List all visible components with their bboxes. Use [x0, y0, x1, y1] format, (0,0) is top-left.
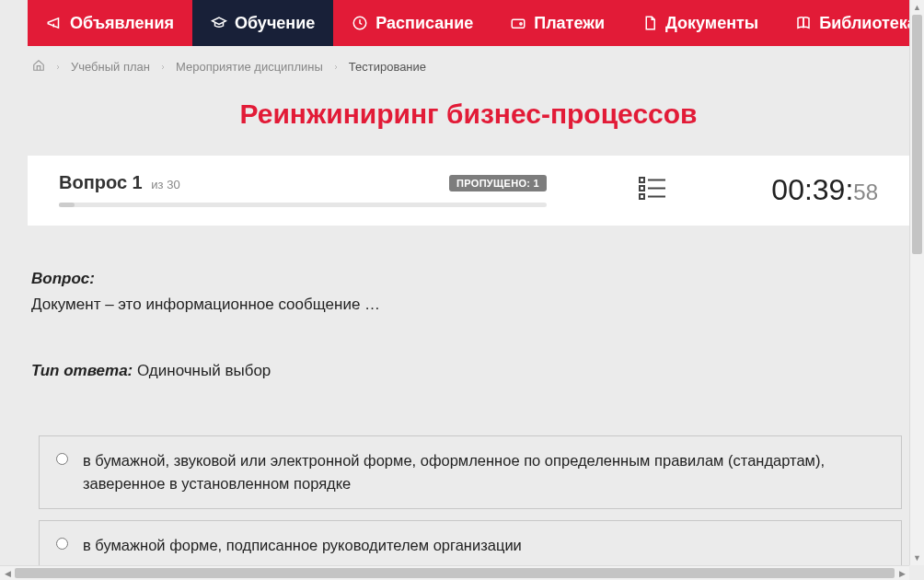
nav-label: Объявления — [70, 14, 174, 33]
status-bar: Вопрос 1 из 30 ПРОПУЩЕНО: 1 — [28, 156, 909, 226]
timer-main: 00:39: — [771, 173, 853, 207]
svg-rect-3 — [640, 178, 644, 182]
answer-option[interactable]: в бумажной, звуковой или электронной фор… — [39, 435, 902, 509]
document-icon — [641, 15, 658, 31]
page-title: Реинжиниринг бизнес-процессов — [28, 99, 909, 130]
scroll-down-icon[interactable]: ▼ — [910, 551, 924, 565]
question-list-icon[interactable] — [639, 176, 666, 203]
nav-label: Расписание — [375, 14, 473, 33]
nav-education[interactable]: Обучение — [192, 0, 333, 46]
book-icon — [795, 15, 812, 31]
question-label: Вопрос: — [31, 270, 909, 288]
answer-radio[interactable] — [56, 453, 68, 465]
scroll-up-icon[interactable]: ▲ — [910, 0, 924, 15]
nav-payments[interactable]: Платежи — [491, 0, 623, 46]
answer-type-label: Тип ответа: — [31, 362, 133, 379]
scroll-right-icon[interactable]: ▶ — [895, 566, 909, 580]
breadcrumb-item-current: Тестирование — [349, 60, 426, 74]
nav-label: Обучение — [235, 14, 315, 33]
scroll-corner — [909, 565, 924, 580]
question-number-label: Вопрос 1 — [59, 172, 147, 192]
nav-documents[interactable]: Документы — [623, 0, 777, 46]
chevron-right-icon — [54, 60, 62, 74]
answer-type-value: Одиночный выбор — [137, 362, 271, 379]
svg-rect-7 — [640, 194, 644, 199]
nav-library[interactable]: Библиотека — [777, 0, 909, 46]
navbar: Объявления Обучение Расписание Платежи — [28, 0, 909, 46]
megaphone-icon — [46, 15, 63, 31]
timer-seconds: 58 — [853, 180, 878, 205]
scroll-thumb[interactable] — [912, 15, 922, 254]
answer-option[interactable]: в бумажной форме, подписанное руководите… — [39, 520, 902, 566]
progress-bar — [59, 203, 547, 207]
nav-announcements[interactable]: Объявления — [28, 0, 192, 46]
nav-schedule[interactable]: Расписание — [333, 0, 491, 46]
breadcrumb-item[interactable]: Мероприятие дисциплины — [176, 60, 323, 74]
answer-text: в бумажной, звуковой или электронной фор… — [83, 449, 884, 495]
chevron-right-icon — [159, 60, 167, 74]
answer-radio[interactable] — [56, 538, 68, 550]
svg-rect-5 — [640, 186, 644, 191]
home-icon[interactable] — [32, 59, 45, 75]
vertical-scrollbar[interactable]: ▲ ▼ — [909, 0, 924, 565]
question-total: из 30 — [151, 178, 179, 191]
svg-point-2 — [520, 23, 522, 25]
wallet-icon — [510, 15, 526, 31]
scroll-thumb[interactable] — [15, 568, 895, 578]
scroll-left-icon[interactable]: ◀ — [0, 566, 15, 580]
timer: 00:39:58 — [771, 173, 878, 207]
chevron-right-icon — [332, 60, 340, 74]
nav-label: Библиотека — [819, 14, 909, 33]
skipped-badge: ПРОПУЩЕНО: 1 — [449, 175, 547, 191]
clock-icon — [352, 15, 368, 31]
answers-list: в бумажной, звуковой или электронной фор… — [31, 435, 909, 565]
question-text: Документ – это информационное сообщение … — [31, 296, 909, 314]
question-progress: Вопрос 1 из 30 ПРОПУЩЕНО: 1 — [59, 172, 547, 207]
answer-text: в бумажной форме, подписанное руководите… — [83, 534, 522, 557]
nav-label: Платежи — [534, 14, 605, 33]
graduation-cap-icon — [211, 15, 227, 31]
nav-label: Документы — [665, 14, 758, 33]
horizontal-scrollbar[interactable]: ◀ ▶ — [0, 565, 909, 580]
breadcrumb: Учебный план Мероприятие дисциплины Тест… — [28, 46, 909, 87]
breadcrumb-item[interactable]: Учебный план — [71, 60, 150, 74]
